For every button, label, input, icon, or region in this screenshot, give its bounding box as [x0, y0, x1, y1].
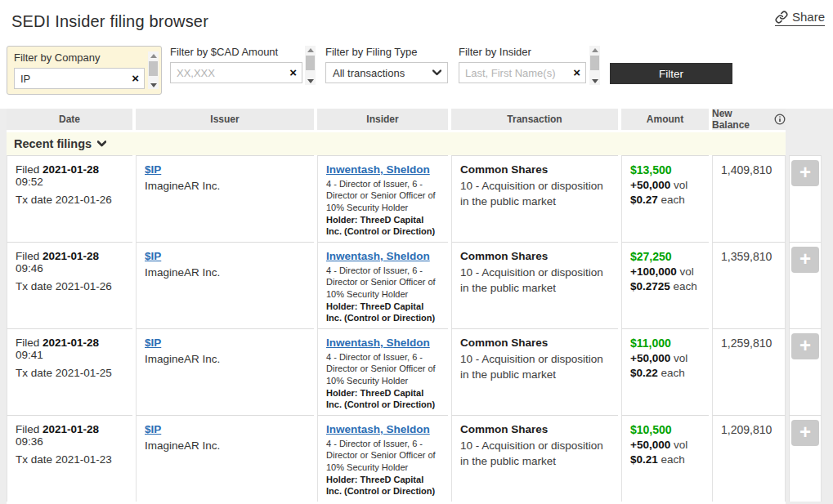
share-label: Share — [792, 10, 825, 24]
top-bar: SEDI Insider filing browser Share — [0, 0, 833, 38]
info-icon[interactable] — [774, 114, 786, 125]
chevron-down-icon — [432, 69, 441, 76]
spinner-up-arrow-icon[interactable] — [305, 46, 316, 54]
expand-row-button[interactable]: + — [791, 160, 819, 186]
spinner-thumb[interactable] — [149, 61, 158, 76]
page-title: SEDI Insider filing browser — [11, 12, 208, 31]
insider-roles: 4 - Director of Issuer, 6 - Director or … — [326, 178, 440, 213]
transaction-type: 10 - Acquisition or disposition in the p… — [460, 352, 610, 383]
insider-link[interactable]: Inwentash, Sheldon — [326, 250, 430, 262]
insider-filter-spinner[interactable] — [589, 46, 600, 85]
spinner-down-arrow-icon[interactable] — [148, 81, 159, 89]
actions-cell: + — [789, 415, 822, 502]
amount-filter-spinner[interactable] — [305, 46, 316, 85]
spinner-track[interactable] — [589, 54, 600, 77]
filter-bar: Filter by Company × Filter by $CAD Amoun… — [7, 46, 833, 95]
issuer-name: ImagineAR Inc. — [145, 266, 306, 279]
insider-holder: Holder: ThreeD Capital Inc. (Control or … — [326, 474, 440, 497]
filter-submit-button[interactable]: Filter — [610, 63, 732, 84]
amount-value: $11,000 — [630, 337, 701, 350]
amount-filter-label: Filter by $CAD Amount — [170, 46, 302, 58]
header-insider: Insider — [317, 109, 448, 130]
header-date: Date — [7, 109, 132, 130]
amount-cell: $11,000 +50,000 vol $0.22 each — [621, 328, 709, 415]
issuer-link[interactable]: $IP — [145, 337, 161, 349]
insider-link[interactable]: Inwentash, Sheldon — [326, 163, 430, 176]
filing-type-filter-label: Filter by Filing Type — [325, 46, 448, 58]
new-balance-cell: 1,359,810 — [712, 242, 786, 328]
date-cell: Filed 2021-01-28 09:52 Tx date 2021-01-2… — [7, 155, 132, 242]
insider-holder: Holder: ThreeD Capital Inc. (Control or … — [326, 214, 440, 238]
issuer-name: ImagineAR Inc. — [145, 353, 306, 365]
spinner-up-arrow-icon[interactable] — [148, 51, 159, 60]
tx-date: Tx date 2021-01-26 — [16, 280, 124, 292]
spinner-thumb[interactable] — [590, 56, 599, 70]
transaction-type: 10 - Acquisition or disposition in the p… — [460, 265, 610, 297]
expand-row-button[interactable]: + — [791, 420, 819, 446]
clear-icon[interactable]: × — [288, 65, 298, 80]
share-link[interactable]: Share — [775, 10, 825, 26]
new-balance-cell: 1,409,810 — [712, 155, 786, 242]
issuer-name: ImagineAR Inc. — [145, 180, 306, 192]
amount-filter-group: Filter by $CAD Amount × — [170, 46, 325, 85]
tx-date: Tx date 2021-01-26 — [16, 194, 124, 206]
link-icon — [775, 11, 788, 24]
insider-link[interactable]: Inwentash, Sheldon — [326, 423, 430, 435]
header-issuer: Issuer — [136, 109, 314, 130]
spinner-down-arrow-icon[interactable] — [589, 77, 600, 85]
recent-filings-toggle[interactable]: Recent filings — [7, 132, 786, 155]
filing-type-filter-group: Filter by Filing Type All transactions — [325, 46, 448, 83]
spinner-track[interactable] — [305, 54, 316, 77]
issuer-link[interactable]: $IP — [145, 163, 161, 176]
plus-icon: + — [799, 336, 811, 355]
insider-cell: Inwentash, Sheldon 4 - Director of Issue… — [317, 415, 448, 502]
issuer-cell: $IP ImagineAR Inc. — [136, 242, 314, 328]
amount-filter-input[interactable] — [170, 62, 302, 83]
clear-icon[interactable]: × — [571, 65, 582, 80]
new-balance-label: New Balance — [712, 108, 770, 131]
insider-roles: 4 - Director of Issuer, 6 - Director or … — [326, 438, 440, 473]
expand-row-button[interactable]: + — [791, 247, 819, 273]
issuer-name: ImagineAR Inc. — [145, 439, 306, 452]
filing-type-select[interactable]: All transactions — [325, 62, 448, 83]
clear-icon[interactable]: × — [130, 71, 141, 86]
insider-filter-label: Filter by Insider — [459, 46, 586, 58]
header-actions — [789, 109, 822, 130]
tx-date: Tx date 2021-01-23 — [16, 453, 124, 466]
spinner-track[interactable] — [148, 60, 159, 81]
security-type: Common Shares — [460, 250, 610, 262]
company-filter-input[interactable] — [14, 68, 145, 89]
security-type: Common Shares — [460, 163, 610, 176]
spinner-down-arrow-icon[interactable] — [305, 77, 316, 85]
company-filter-spinner[interactable] — [148, 51, 159, 89]
insider-filter-input[interactable] — [459, 62, 586, 83]
actions-cell: + — [789, 242, 822, 328]
amount-value: $13,500 — [630, 163, 701, 176]
plus-icon: + — [799, 249, 811, 269]
company-filter-label: Filter by Company — [14, 51, 145, 64]
insider-link[interactable]: Inwentash, Sheldon — [326, 337, 430, 349]
amount-value: $27,250 — [630, 250, 701, 263]
issuer-cell: $IP ImagineAR Inc. — [136, 328, 314, 415]
spinner-thumb[interactable] — [306, 56, 315, 70]
spinner-up-arrow-icon[interactable] — [589, 46, 600, 54]
date-cell: Filed 2021-01-28 09:46 Tx date 2021-01-2… — [7, 242, 132, 328]
insider-roles: 4 - Director of Issuer, 6 - Director or … — [326, 351, 440, 386]
transaction-cell: Common Shares 10 - Acquisition or dispos… — [451, 415, 618, 502]
left-gutter — [0, 109, 7, 504]
issuer-cell: $IP ImagineAR Inc. — [136, 155, 314, 242]
transaction-cell: Common Shares 10 - Acquisition or dispos… — [451, 155, 618, 242]
actions-cell: + — [789, 155, 822, 242]
company-filter-group: Filter by Company × — [7, 46, 162, 95]
new-balance-cell: 1,209,810 — [712, 415, 786, 502]
header-new-balance: New Balance — [712, 109, 786, 130]
transaction-type: 10 - Acquisition or disposition in the p… — [460, 439, 610, 470]
actions-cell: + — [789, 328, 822, 415]
issuer-link[interactable]: $IP — [145, 250, 161, 262]
transaction-type: 10 - Acquisition or disposition in the p… — [460, 179, 610, 210]
expand-row-button[interactable]: + — [791, 333, 819, 359]
insider-filter-group: Filter by Insider × — [459, 46, 610, 85]
header-transaction: Transaction — [451, 109, 618, 130]
issuer-link[interactable]: $IP — [145, 423, 161, 435]
table-header-row: Date Issuer Insider Transaction Amount N… — [7, 109, 833, 130]
